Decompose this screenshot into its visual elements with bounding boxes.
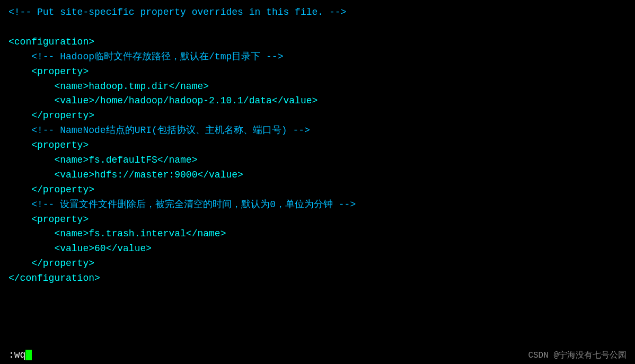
watermark-text: CSDN @宁海没有七号公园 bbox=[528, 350, 627, 361]
line-3: <configuration> bbox=[8, 35, 627, 50]
line-14: <!-- 设置文件文件删除后，被完全清空的时间，默认为0，单位为分钟 --> bbox=[8, 198, 627, 212]
line-4: <!-- Hadoop临时文件存放路径，默认在/tmp目录下 --> bbox=[8, 50, 627, 65]
line-18: </property> bbox=[8, 256, 627, 271]
line-8: </property> bbox=[8, 109, 627, 123]
line-15: <property> bbox=[8, 212, 627, 227]
vim-command-area: :wq bbox=[8, 350, 32, 360]
line-11: <name>fs.defaultFS</name> bbox=[8, 153, 627, 168]
line-7: <value>/home/hadoop/hadoop-2.10.1/data</… bbox=[8, 94, 627, 109]
line-1: <!-- Put site-specific property override… bbox=[8, 5, 627, 20]
line-12: <value>hdfs://master:9000</value> bbox=[8, 168, 627, 183]
line-2 bbox=[8, 20, 627, 35]
line-16: <name>fs.trash.interval</name> bbox=[8, 227, 627, 242]
line-19: </configuration> bbox=[8, 271, 627, 286]
line-9: <!-- NameNode结点的URI(包括协议、主机名称、端口号) --> bbox=[8, 123, 627, 138]
line-5: <property> bbox=[8, 65, 627, 79]
line-17: <value>60</value> bbox=[8, 242, 627, 256]
vim-cursor bbox=[25, 350, 32, 360]
line-10: <property> bbox=[8, 138, 627, 153]
vim-command-text: :wq bbox=[8, 350, 25, 360]
editor-window: <!-- Put site-specific property override… bbox=[0, 0, 635, 364]
status-bar: :wq CSDN @宁海没有七号公园 bbox=[0, 346, 635, 364]
line-6: <name>hadoop.tmp.dir</name> bbox=[8, 79, 627, 94]
code-content: <!-- Put site-specific property override… bbox=[0, 0, 635, 291]
line-13: </property> bbox=[8, 183, 627, 198]
